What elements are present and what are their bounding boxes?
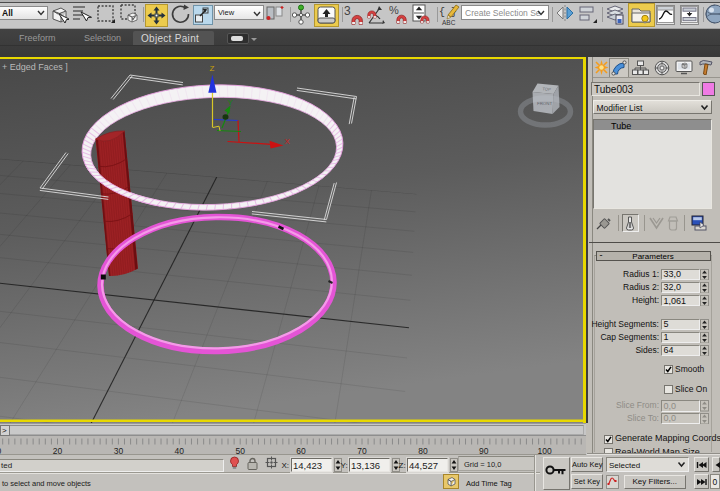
svg-text:+ Edged Faces ]: + Edged Faces ] <box>2 62 68 72</box>
svg-text:FRONT: FRONT <box>537 101 552 106</box>
svg-text:Y: Y <box>228 98 234 107</box>
svg-text:ABC: ABC <box>442 19 456 26</box>
svg-text:3: 3 <box>344 4 351 18</box>
svg-text:Z: Z <box>210 64 215 73</box>
svg-text:%: % <box>389 4 399 16</box>
svg-text:X: X <box>285 137 291 146</box>
svg-text:TOP: TOP <box>542 86 551 92</box>
